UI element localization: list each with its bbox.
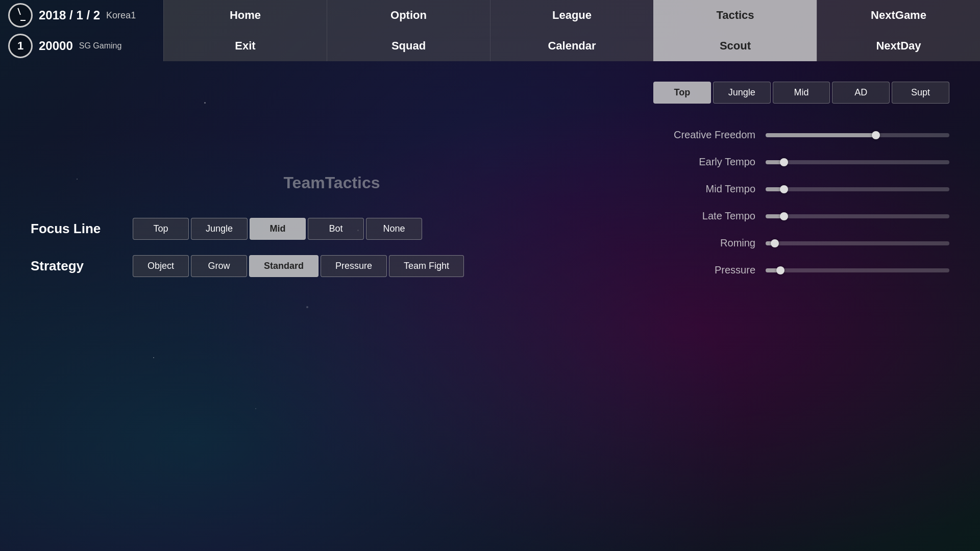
date-region-info: 2018 / 1 / 2 Korea1 [0,0,163,31]
focus-line-btn-jungle[interactable]: Jungle [191,218,248,240]
slider-row-roming: Roming [653,237,949,249]
slider-row-late-tempo: Late Tempo [653,210,949,222]
team-name-display: SG Gaming [79,41,122,51]
pos-tab-supt[interactable]: Supt [892,82,949,104]
team-tactics-title: TeamTactics [31,173,633,192]
slider-track-late-tempo [766,214,949,218]
focus-line-label: Focus Line [31,221,122,237]
nav-btn-calendar[interactable]: Calendar [490,31,653,61]
main-content: TeamTactics Focus Line TopJungleMidBotNo… [0,71,980,302]
focus-line-buttons: TopJungleMidBotNone [133,218,422,240]
round-badge: 1 [8,34,33,58]
date-display: 2018 / 1 / 2 [39,8,100,22]
slider-label-early-tempo: Early Tempo [653,156,755,168]
money-display: 20000 [39,39,73,53]
strategy-buttons: ObjectGrowStandardPressureTeam Fight [133,255,464,277]
focus-line-btn-top[interactable]: Top [133,218,189,240]
focus-line-btn-none[interactable]: None [366,218,422,240]
nav-row-2: 1 20000 SG Gaming ExitSquadCalendarScout… [0,31,980,61]
slider-track-pressure [766,268,949,272]
position-tabs: TopJungleMidADSupt [653,82,949,104]
nav-btn-option[interactable]: Option [327,0,490,31]
team-money-info: 1 20000 SG Gaming [0,31,163,61]
pos-tab-top[interactable]: Top [653,82,711,104]
nav-btn-nextgame[interactable]: NextGame [817,0,980,31]
region-display: Korea1 [106,10,136,21]
nav-btn-league[interactable]: League [490,0,653,31]
slider-label-creative-freedom: Creative Freedom [653,129,755,141]
slider-label-pressure: Pressure [653,264,755,276]
slider-row-early-tempo: Early Tempo [653,156,949,168]
clock-icon [8,3,33,28]
slider-row-pressure: Pressure [653,264,949,276]
nav-btn-home[interactable]: Home [163,0,327,31]
nav-btn-nextday[interactable]: NextDay [817,31,980,61]
nav-row-1: 2018 / 1 / 2 Korea1 HomeOptionLeagueTact… [0,0,980,31]
strategy-btn-object[interactable]: Object [133,255,189,277]
slider-track-early-tempo [766,160,949,164]
slider-label-late-tempo: Late Tempo [653,210,755,222]
strategy-btn-standard[interactable]: Standard [249,255,318,277]
sliders-container: Creative FreedomEarly TempoMid TempoLate… [653,129,949,291]
focus-line-row: Focus Line TopJungleMidBotNone [31,218,633,240]
nav-btn-scout[interactable]: Scout [653,31,817,61]
right-panel: TopJungleMidADSupt Creative FreedomEarly… [653,82,949,291]
pos-tab-ad[interactable]: AD [832,82,890,104]
left-panel: TeamTactics Focus Line TopJungleMidBotNo… [31,82,633,291]
slider-row-creative-freedom: Creative Freedom [653,129,949,141]
slider-label-mid-tempo: Mid Tempo [653,183,755,195]
slider-track-creative-freedom [766,133,949,137]
strategy-btn-teamfight[interactable]: Team Fight [389,255,464,277]
focus-line-btn-mid[interactable]: Mid [250,218,306,240]
slider-track-mid-tempo [766,187,949,191]
slider-row-mid-tempo: Mid Tempo [653,183,949,195]
strategy-row: Strategy ObjectGrowStandardPressureTeam … [31,255,633,277]
nav-btn-exit[interactable]: Exit [163,31,327,61]
pos-tab-mid[interactable]: Mid [773,82,830,104]
nav-btn-tactics[interactable]: Tactics [653,0,817,31]
slider-track-roming [766,241,949,245]
strategy-btn-grow[interactable]: Grow [191,255,247,277]
strategy-btn-pressure[interactable]: Pressure [321,255,387,277]
strategy-label: Strategy [31,258,122,274]
focus-line-btn-bot[interactable]: Bot [308,218,364,240]
slider-label-roming: Roming [653,237,755,249]
pos-tab-jungle[interactable]: Jungle [713,82,771,104]
nav-btn-squad[interactable]: Squad [327,31,490,61]
